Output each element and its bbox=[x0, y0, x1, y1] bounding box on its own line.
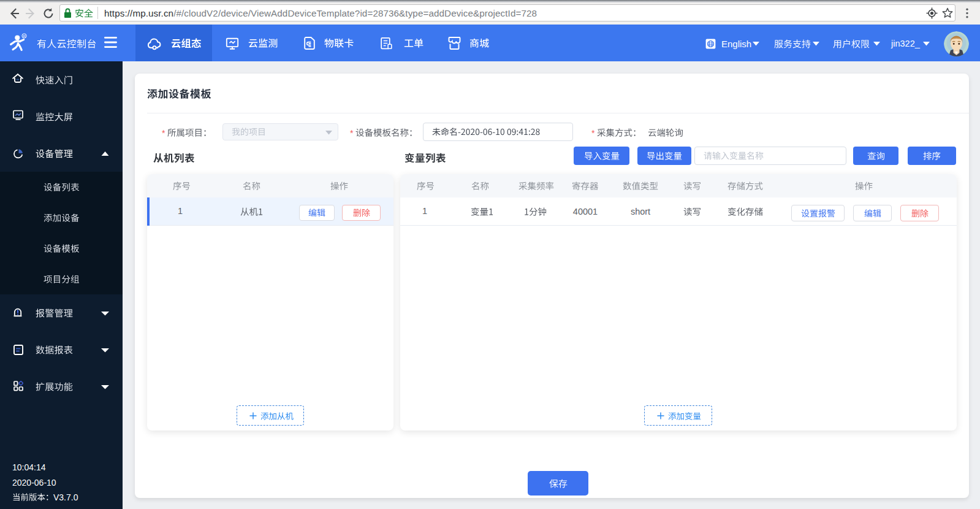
svg-text:R: R bbox=[23, 34, 26, 38]
